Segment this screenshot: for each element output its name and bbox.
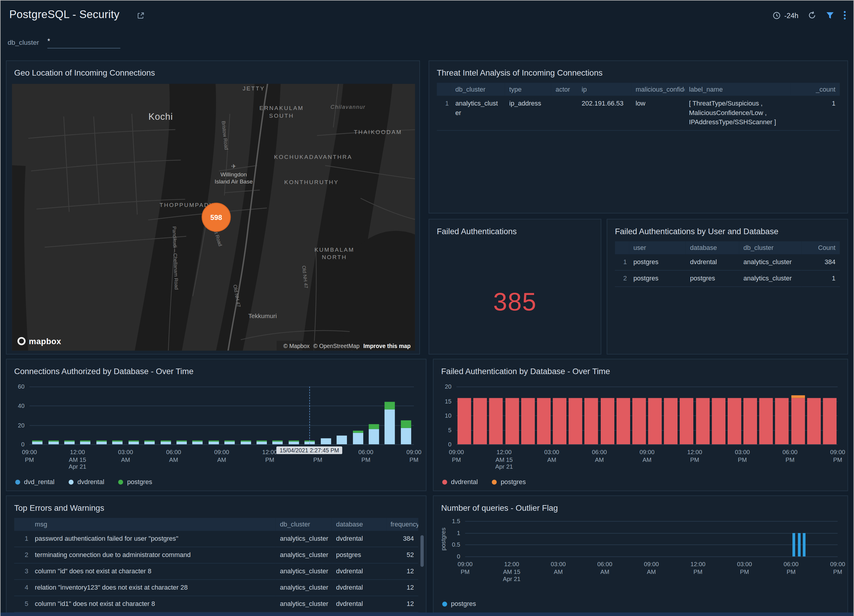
bar-segment[interactable] <box>128 441 139 444</box>
table-row[interactable]: 1analytics_clusterip_address202.191.66.5… <box>437 96 840 130</box>
mapbox-attribution-link[interactable]: © Mapbox <box>284 342 310 349</box>
bar-segment[interactable] <box>793 533 795 557</box>
table-row[interactable]: 5column "id1" does not exist at characte… <box>14 596 418 612</box>
bar-segment[interactable] <box>458 398 471 444</box>
chart-plot[interactable]: 020406009:00PM12:00AM 15Apr 2103:00AM06:… <box>29 387 414 444</box>
bar-segment[interactable] <box>273 441 283 441</box>
bar-segment[interactable] <box>632 398 646 444</box>
bar-segment[interactable] <box>160 441 171 444</box>
column-header[interactable]: db_cluster <box>451 83 505 96</box>
chart-plot[interactable]: 0510152009:00PM12:00AM 15Apr 2103:00AM06… <box>456 387 838 444</box>
bar-segment[interactable] <box>241 441 251 444</box>
failed-auth-user-table[interactable]: userdatabasedb_clusterCount1postgresdvdr… <box>615 241 840 287</box>
map-marker-cluster[interactable]: 598 <box>202 203 230 232</box>
bar-segment[interactable] <box>288 441 299 441</box>
bar-segment[interactable] <box>521 398 535 444</box>
bar-segment[interactable] <box>585 398 598 444</box>
bar-segment[interactable] <box>601 398 614 444</box>
map-canvas[interactable]: Kochi JETTY ERNAKULAM SOUTH Chilavannur … <box>12 84 415 351</box>
bar-segment[interactable] <box>288 441 299 444</box>
legend-item[interactable]: postgres <box>442 600 476 608</box>
bar-segment[interactable] <box>384 410 395 444</box>
time-range-control[interactable]: -24h <box>772 11 798 20</box>
legend-item[interactable]: dvd_rental <box>15 478 54 486</box>
bar-segment[interactable] <box>553 398 566 444</box>
bar-segment[interactable] <box>160 441 171 441</box>
bar-segment[interactable] <box>352 433 363 444</box>
kebab-menu-icon[interactable] <box>843 11 846 20</box>
bar-segment[interactable] <box>273 441 283 444</box>
bar-segment[interactable] <box>177 441 187 441</box>
bar-segment[interactable] <box>807 398 821 444</box>
bar-segment[interactable] <box>696 398 709 444</box>
column-header[interactable]: actor <box>551 83 577 96</box>
bar-segment[interactable] <box>177 441 187 444</box>
bar-segment[interactable] <box>823 398 837 444</box>
top-errors-table[interactable]: msgdb_clusterdatabasefrequency1password … <box>14 518 418 613</box>
bar-segment[interactable] <box>145 441 155 444</box>
legend-item[interactable]: dvdrental <box>69 478 104 486</box>
bar-segment[interactable] <box>256 441 267 441</box>
column-header[interactable]: malicious_confidence <box>631 83 685 96</box>
bar-segment[interactable] <box>32 441 43 444</box>
bar-segment[interactable] <box>569 398 583 444</box>
table-row[interactable]: 1password authentication failed for user… <box>14 531 418 547</box>
column-header[interactable]: _count <box>791 83 840 96</box>
column-header[interactable]: user <box>629 241 686 254</box>
bar-segment[interactable] <box>224 441 235 444</box>
legend-item[interactable]: postgres <box>492 478 526 486</box>
bar-segment[interactable] <box>505 398 519 444</box>
bar-segment[interactable] <box>474 398 487 444</box>
bar-segment[interactable] <box>648 398 662 444</box>
bar-segment[interactable] <box>369 424 379 429</box>
bar-segment[interactable] <box>320 438 331 444</box>
bar-segment[interactable] <box>803 533 805 557</box>
column-header[interactable]: database <box>332 518 386 531</box>
bar-segment[interactable] <box>96 441 107 444</box>
scrollbar-thumb[interactable] <box>421 535 424 567</box>
bar-segment[interactable] <box>401 420 411 428</box>
table-row[interactable]: 4relation "inventory123" does not exist … <box>14 579 418 596</box>
bar-segment[interactable] <box>209 441 219 444</box>
bar-segment[interactable] <box>337 436 347 444</box>
osm-attribution-link[interactable]: © OpenStreetMap <box>313 342 360 349</box>
bar-segment[interactable] <box>384 402 395 410</box>
table-row[interactable]: 2terminating connection due to administr… <box>14 547 418 563</box>
bar-segment[interactable] <box>128 441 139 441</box>
bar-segment[interactable] <box>798 533 800 557</box>
open-in-new-icon[interactable] <box>137 12 145 20</box>
bar-segment[interactable] <box>80 441 91 441</box>
improve-map-link[interactable]: Improve this map <box>363 342 411 349</box>
horizontal-scrollbar[interactable] <box>1 613 853 616</box>
column-header[interactable]: db_cluster <box>276 518 331 531</box>
bar-segment[interactable] <box>64 441 75 441</box>
bar-segment[interactable] <box>209 441 219 441</box>
bar-segment[interactable] <box>192 441 203 444</box>
bar-segment[interactable] <box>48 441 59 444</box>
bar-segment[interactable] <box>712 398 725 444</box>
bar-segment[interactable] <box>537 398 551 444</box>
bar-segment[interactable] <box>80 441 91 444</box>
column-header[interactable]: ip <box>577 83 631 96</box>
bar-segment[interactable] <box>224 441 235 441</box>
bar-segment[interactable] <box>256 441 267 444</box>
filter-value-input[interactable]: * <box>47 37 120 49</box>
bar-segment[interactable] <box>743 398 757 444</box>
bar-segment[interactable] <box>64 441 75 444</box>
mapbox-logo[interactable]: mapbox <box>17 337 61 346</box>
bar-segment[interactable] <box>192 441 203 441</box>
bar-segment[interactable] <box>112 441 123 444</box>
bar-segment[interactable] <box>32 441 43 441</box>
table-row[interactable]: 3column "id" does not exist at character… <box>14 563 418 579</box>
bar-segment[interactable] <box>791 395 805 398</box>
column-header[interactable]: type <box>505 83 551 96</box>
column-header[interactable]: frequency <box>386 518 418 531</box>
column-header[interactable]: db_cluster <box>739 241 802 254</box>
bar-segment[interactable] <box>145 441 155 441</box>
bar-segment[interactable] <box>241 441 251 441</box>
column-header[interactable]: msg <box>30 518 276 531</box>
refresh-icon[interactable] <box>808 11 816 20</box>
column-header[interactable]: label_name <box>685 83 791 96</box>
table-row[interactable]: 1postgresdvdrentalanalytics_cluster384 <box>615 254 840 270</box>
table-row[interactable]: 2postgrespostgresanalytics_cluster1 <box>615 270 840 287</box>
